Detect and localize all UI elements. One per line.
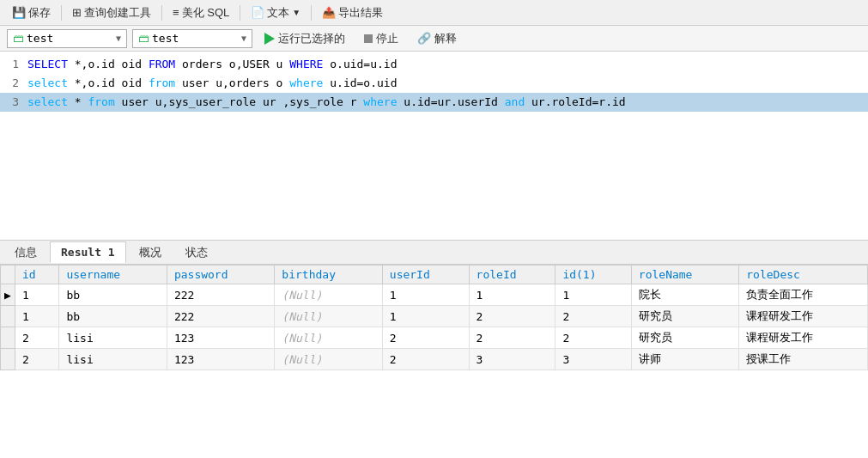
editor-line[interactable]: 2select *,o.id oid from user u,orders o … — [0, 74, 868, 93]
results-table: idusernamepasswordbirthdayuserIdroleIdid… — [0, 265, 868, 370]
table-cell: bb — [59, 306, 167, 327]
text-button[interactable]: 📄 文本 ▼ — [246, 3, 306, 22]
explain-button[interactable]: 🔗 解释 — [410, 29, 464, 48]
sql-editor[interactable]: 1SELECT *,o.id oid FROM orders o,USER u … — [0, 52, 868, 241]
column-header: roleDesc — [739, 266, 868, 284]
table-cell: 2 — [382, 349, 469, 370]
table-cell: 1 — [555, 284, 631, 306]
save-button[interactable]: 💾 保存 — [7, 3, 56, 22]
chevron-down-icon-2: ▼ — [241, 34, 246, 43]
column-header: password — [167, 266, 274, 284]
run-selected-button[interactable]: 运行已选择的 — [258, 29, 352, 48]
table-cell: 222 — [167, 284, 274, 306]
run-label: 运行已选择的 — [278, 31, 345, 46]
table-cell: (Null) — [275, 349, 382, 370]
row-indicator — [1, 349, 15, 370]
save-icon: 💾 — [12, 6, 26, 19]
table-cell: 授课工作 — [739, 349, 868, 370]
table-row[interactable]: ▶1bb222(Null)111院长负责全面工作 — [1, 284, 868, 306]
table-cell: 院长 — [631, 284, 738, 306]
separator4 — [311, 5, 312, 21]
tab-status-label: 状态 — [185, 246, 208, 259]
tab-info-label: 信息 — [15, 246, 37, 259]
editor-line[interactable]: 3select * from user u,sys_user_role ur ,… — [0, 93, 868, 112]
table-cell: lisi — [59, 349, 167, 370]
chevron-down-icon-1: ▼ — [116, 34, 121, 43]
tab-status[interactable]: 状态 — [174, 241, 219, 265]
column-header: userId — [382, 266, 469, 284]
beautify-label: 美化 SQL — [182, 5, 230, 21]
table-cell: 3 — [555, 349, 631, 370]
table-row[interactable]: 1bb222(Null)122研究员课程研发工作 — [1, 306, 868, 327]
editor-line[interactable]: 1SELECT *,o.id oid FROM orders o,USER u … — [0, 55, 868, 74]
table-cell: 222 — [167, 306, 274, 327]
table-cell: 2 — [15, 349, 59, 370]
beautify-icon: ≡ — [173, 6, 179, 19]
table-cell: 1 — [382, 284, 469, 306]
connection-bar: 🗃 test ▼ 🗃 test ▼ 运行已选择的 停止 🔗 解释 — [0, 26, 868, 52]
db-icon-1: 🗃 — [13, 32, 24, 45]
table-cell: 研究员 — [631, 327, 738, 349]
table-cell: 1 — [15, 284, 59, 306]
table-cell: 2 — [382, 327, 469, 349]
table-cell: 123 — [167, 349, 274, 370]
tab-result1-label: Result 1 — [61, 246, 115, 259]
row-indicator — [1, 327, 15, 349]
stop-label: 停止 — [376, 31, 398, 46]
query-builder-icon: ⊞ — [72, 6, 82, 19]
text-icon: 📄 — [251, 6, 264, 19]
dropdown-arrow-icon: ▼ — [292, 8, 300, 17]
db-icon-2: 🗃 — [138, 32, 149, 45]
table-cell: 讲师 — [631, 349, 738, 370]
stop-button[interactable]: 停止 — [357, 29, 405, 48]
table-cell: lisi — [59, 327, 167, 349]
export-icon: 📤 — [322, 6, 336, 19]
separator — [61, 5, 62, 21]
separator2 — [161, 5, 162, 21]
results-area[interactable]: idusernamepasswordbirthdayuserIdroleIdid… — [0, 265, 868, 458]
separator3 — [240, 5, 240, 21]
explain-icon: 🔗 — [417, 32, 431, 45]
database-select-2[interactable]: 🗃 test ▼ — [132, 29, 252, 48]
table-cell: 负责全面工作 — [739, 284, 868, 306]
db-name-2: test — [152, 32, 179, 45]
explain-label: 解释 — [434, 31, 457, 46]
table-cell: 2 — [469, 327, 555, 349]
database-select-1[interactable]: 🗃 test ▼ — [7, 29, 127, 48]
beautify-sql-button[interactable]: ≡ 美化 SQL — [167, 3, 234, 22]
column-header: id(1) — [555, 266, 631, 284]
column-header: username — [59, 266, 167, 284]
table-cell: 123 — [167, 327, 274, 349]
stop-icon — [364, 34, 373, 43]
table-cell: 课程研发工作 — [739, 327, 868, 349]
table-cell: 2 — [555, 306, 631, 327]
line-content: select * from user u,sys_user_role ur ,s… — [27, 94, 868, 111]
query-builder-button[interactable]: ⊞ 查询创建工具 — [67, 3, 156, 22]
column-header: roleName — [631, 266, 738, 284]
save-label: 保存 — [28, 5, 51, 21]
table-cell: 课程研发工作 — [739, 306, 868, 327]
line-content: select *,o.id oid from user u,orders o w… — [27, 75, 868, 92]
bottom-tab-bar: 信息 Result 1 概况 状态 — [0, 241, 868, 265]
table-cell: (Null) — [275, 327, 382, 349]
table-cell: 2 — [15, 327, 59, 349]
line-number: 2 — [0, 75, 27, 92]
row-indicator: ▶ — [1, 284, 15, 306]
row-indicator — [1, 306, 15, 327]
table-cell: 1 — [382, 306, 469, 327]
table-cell: (Null) — [275, 306, 382, 327]
table-cell: 研究员 — [631, 306, 738, 327]
column-header: roleId — [469, 266, 555, 284]
play-icon — [264, 33, 275, 45]
table-cell: 3 — [469, 349, 555, 370]
table-row[interactable]: 2lisi123(Null)233讲师授课工作 — [1, 349, 868, 370]
export-button[interactable]: 📤 导出结果 — [317, 3, 388, 22]
tab-info[interactable]: 信息 — [3, 241, 48, 265]
tab-overview-label: 概况 — [139, 246, 161, 259]
table-cell: 1 — [469, 284, 555, 306]
table-row[interactable]: 2lisi123(Null)222研究员课程研发工作 — [1, 327, 868, 349]
tab-result1[interactable]: Result 1 — [50, 241, 126, 263]
column-header: birthday — [275, 266, 382, 284]
tab-overview[interactable]: 概况 — [128, 241, 173, 265]
query-builder-label: 查询创建工具 — [84, 5, 151, 21]
